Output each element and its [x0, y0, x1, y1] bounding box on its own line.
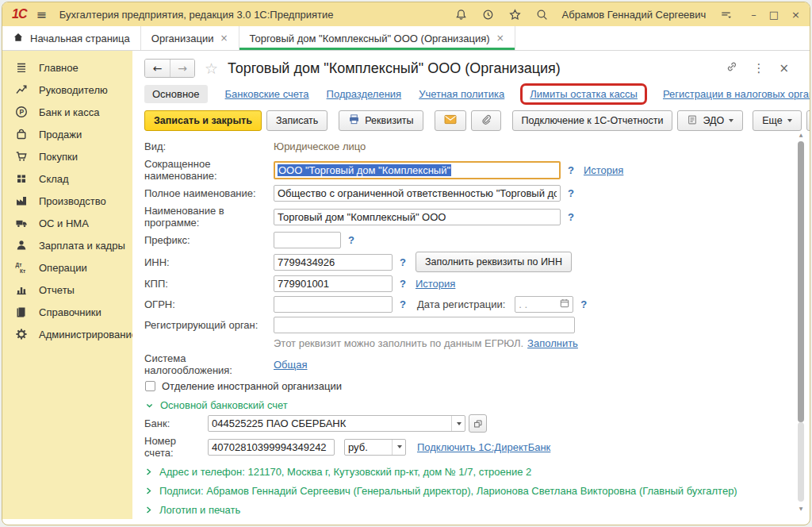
main-menu-icon[interactable]: ≡ — [36, 7, 46, 22]
more-menu-icon[interactable]: ⋮ — [753, 61, 764, 75]
scroll-up-icon[interactable]: ▲ — [797, 132, 805, 137]
section-signatures[interactable]: Подписи: Абрамов Геннадий Сергеевич (Ген… — [145, 485, 789, 497]
favorite-star-icon[interactable]: ☆ — [205, 60, 218, 77]
service-menu-icon[interactable] — [719, 8, 733, 21]
sidebar-item-production[interactable]: Производство — [2, 190, 132, 212]
sidebar-item-fixed-assets[interactable]: ОС и НМА — [2, 212, 132, 234]
scrollbar-track[interactable] — [798, 422, 804, 502]
kpp-history-link[interactable]: История — [416, 278, 455, 290]
help-mark[interactable]: ? — [568, 164, 574, 176]
nav-main[interactable]: Основное — [144, 85, 208, 103]
currency-select[interactable]: руб. — [344, 439, 406, 456]
sidebar-item-warehouse[interactable]: Склад — [2, 167, 132, 190]
field-row-full-name: Полное наименование: ? — [144, 184, 789, 202]
help-mark[interactable]: ? — [348, 234, 354, 246]
egrul-hint: Этот реквизит можно заполнить по данным … — [274, 337, 523, 349]
save-and-close-button[interactable]: Записать и закрыть — [144, 110, 262, 131]
full-name-input[interactable] — [274, 185, 561, 202]
calendar-icon[interactable] — [560, 298, 569, 310]
maximize-button[interactable]: □ — [769, 9, 779, 21]
short-name-input[interactable]: ООО "Торговый дом "Комплексный" — [274, 161, 561, 179]
tab-home-page[interactable]: Начальная страница — [2, 26, 141, 50]
kpp-input[interactable] — [274, 275, 393, 292]
app-name-label: Наименование в программе: — [144, 205, 274, 229]
help-mark[interactable]: ? — [400, 298, 406, 310]
nav-departments[interactable]: Подразделения — [327, 88, 402, 100]
sidebar-item-administration[interactable]: Администрирование — [2, 323, 132, 345]
sidebar-item-reports[interactable]: Отчеты — [2, 279, 132, 301]
connect-1c-reporting-button[interactable]: Подключение к 1С-Отчетности — [512, 110, 673, 131]
close-form-icon[interactable]: × — [779, 61, 789, 75]
sidebar-item-manager[interactable]: Руководителю — [2, 79, 132, 101]
foreign-branch-checkbox[interactable] — [145, 381, 155, 391]
notifications-bell-icon[interactable] — [454, 8, 468, 21]
help-mark[interactable]: ? — [568, 211, 574, 223]
fill-by-inn-button[interactable]: Заполнить реквизиты по ИНН — [416, 252, 572, 272]
help-mark[interactable]: ? — [568, 187, 574, 199]
help-mark[interactable]: ? — [400, 278, 406, 290]
close-tab-icon[interactable]: × — [496, 33, 504, 44]
nav-bank-accounts[interactable]: Банковские счета — [225, 88, 309, 100]
reg-authority-label: Регистрирующий орган: — [144, 319, 274, 331]
bank-section-title: Основной банковский счет — [160, 399, 288, 411]
tab-organizations[interactable]: Организации × — [141, 26, 239, 50]
scroll-down-icon[interactable]: ▼ — [797, 506, 805, 511]
minimize-button[interactable]: – — [751, 9, 756, 21]
get-link-icon[interactable] — [726, 60, 738, 76]
prefix-input[interactable] — [274, 232, 341, 248]
reg-date-input[interactable]: . . — [515, 296, 573, 313]
person-icon — [14, 239, 29, 252]
back-button[interactable]: ← — [145, 60, 170, 77]
send-email-button[interactable] — [435, 110, 466, 131]
scrollbar-thumb[interactable] — [798, 141, 804, 422]
bank-section-header[interactable]: Основной банковский счет — [145, 399, 789, 411]
app-name-input[interactable] — [274, 209, 561, 225]
bank-label: Банк: — [144, 417, 208, 429]
help-button[interactable]: ? — [806, 110, 810, 131]
open-bank-button[interactable] — [469, 414, 487, 433]
nav-cash-limits[interactable]: Лимиты остатка кассы — [530, 88, 638, 100]
current-user[interactable]: Абрамов Геннадий Сергеевич — [562, 9, 707, 21]
tax-system-link[interactable]: Общая — [274, 359, 308, 371]
favorites-star-icon[interactable] — [508, 8, 522, 21]
section-address[interactable]: Адрес и телефон: 121170, Москва г, Кутуз… — [145, 466, 789, 478]
edo-button[interactable]: ЭДО — [677, 110, 743, 131]
history-icon[interactable] — [481, 8, 495, 21]
requisites-button[interactable]: Реквизиты — [339, 110, 423, 131]
sidebar-item-main[interactable]: Главное — [2, 56, 132, 79]
forward-button[interactable]: → — [170, 60, 194, 77]
ogrn-input[interactable] — [274, 296, 393, 313]
sidebar-item-salary-hr[interactable]: Зарплата и кадры — [2, 234, 132, 256]
more-button[interactable]: Еще — [753, 110, 801, 131]
search-icon[interactable] — [535, 8, 549, 21]
field-row-short-name: Сокращенное наименование: ООО "Торговый … — [144, 158, 789, 182]
reg-authority-input[interactable] — [274, 317, 575, 333]
sidebar-item-directories[interactable]: Справочники — [2, 301, 132, 323]
reg-date-value: . . — [519, 298, 527, 310]
short-name-history-link[interactable]: История — [584, 164, 623, 176]
sidebar-item-operations[interactable]: ДтКт Операции — [2, 256, 132, 279]
sidebar-item-purchases[interactable]: Покупки — [2, 145, 132, 167]
chevron-right-icon — [145, 487, 152, 495]
nav-accounting-policy[interactable]: Учетная политика — [419, 88, 504, 100]
help-mark[interactable]: ? — [400, 256, 406, 268]
close-tab-icon[interactable]: × — [220, 33, 228, 44]
sidebar-item-sales[interactable]: Продажи — [2, 123, 132, 145]
field-row-foreign-branch: Отделение иностранной организации — [144, 379, 789, 394]
bank-input[interactable]: 044525225 ПАО СБЕРБАНК — [208, 415, 465, 432]
tab-organization-card[interactable]: Торговый дом "Комплексный" ООО (Организа… — [239, 26, 515, 50]
inn-input[interactable] — [274, 254, 393, 271]
directbank-link[interactable]: Подключить 1С:ДиректБанк — [417, 441, 550, 453]
account-input[interactable] — [208, 439, 335, 456]
dropdown-button[interactable] — [451, 416, 462, 431]
attachments-button[interactable] — [471, 110, 501, 131]
ruble-icon: Р — [14, 106, 29, 118]
sidebar-item-bank-cash[interactable]: Р Банк и касса — [2, 101, 132, 123]
vertical-scrollbar[interactable]: ▲ ▼ — [797, 132, 805, 511]
egrul-fill-link[interactable]: Заполнить — [527, 337, 578, 349]
help-mark[interactable]: ? — [580, 298, 587, 310]
nav-tax-registrations[interactable]: Регистрации в налоговых органах — [663, 88, 810, 100]
close-window-button[interactable]: × — [791, 9, 800, 21]
save-button[interactable]: Записать — [266, 110, 327, 131]
section-logo-stamp[interactable]: Логотип и печать — [145, 504, 789, 516]
